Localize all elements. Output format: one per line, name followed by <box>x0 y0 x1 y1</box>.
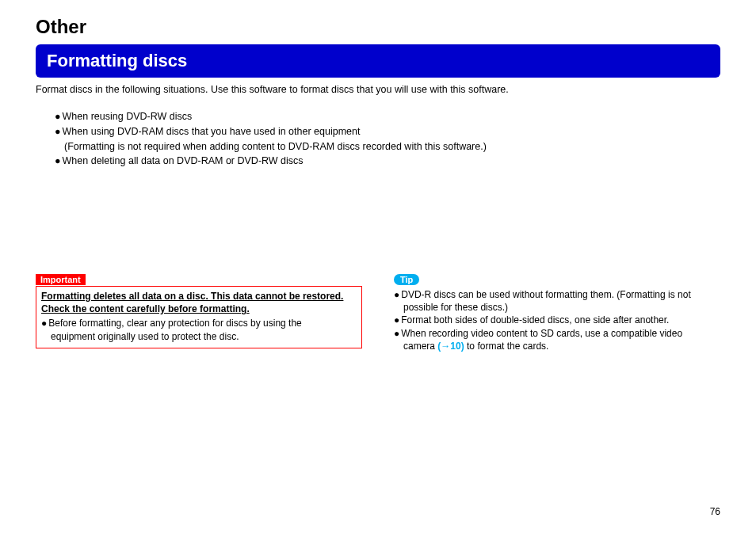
list-item-cont: equipment originally used to protect the… <box>41 330 357 343</box>
page-number: 76 <box>710 506 720 517</box>
list-item-text: When using DVD-RAM discs that you have u… <box>63 124 361 139</box>
intro-text: Format discs in the following situations… <box>36 84 720 95</box>
bullet-icon: ● <box>55 154 61 169</box>
list-item-text: When reusing DVD-RW discs <box>63 109 193 124</box>
bullet-icon: ● <box>394 327 399 340</box>
situations-list: ● When reusing DVD-RW discs ● When using… <box>36 109 720 169</box>
section-header: Other <box>36 16 720 38</box>
list-item-text: When deleting all data on DVD-RAM or DVD… <box>63 154 304 169</box>
tip-label: Tip <box>394 274 419 285</box>
list-item-text: Before formatting, clear any protection … <box>48 317 302 329</box>
list-item: ● When recording video content to SD car… <box>394 327 720 340</box>
list-item-text: Format both sides of double-sided discs,… <box>401 314 669 326</box>
bullet-icon: ● <box>394 288 399 301</box>
list-item: ● Format both sides of double-sided disc… <box>394 314 720 326</box>
important-box: Formatting deletes all data on a disc. T… <box>36 286 362 348</box>
list-item: ● When using DVD-RAM discs that you have… <box>55 124 720 139</box>
list-item: ● DVD-R discs can be used without format… <box>394 288 720 301</box>
important-warning: Formatting deletes all data on a disc. T… <box>41 290 357 315</box>
list-item-text: DVD-R discs can be used without formatti… <box>401 288 690 301</box>
bullet-icon: ● <box>55 109 61 124</box>
list-item-cont: camera (→10) to format the cards. <box>394 340 720 352</box>
bullet-icon: ● <box>394 314 399 326</box>
list-item: ● When deleting all data on DVD-RAM or D… <box>55 154 720 169</box>
list-item: ● When reusing DVD-RW discs <box>55 109 720 124</box>
list-item-text: When recording video content to SD cards… <box>401 327 682 340</box>
bullet-icon: ● <box>55 124 61 139</box>
tip-text-part: camera <box>403 341 437 352</box>
bullet-icon: ● <box>41 317 47 329</box>
tip-column: Tip ● DVD-R discs can be used without fo… <box>394 272 720 352</box>
tip-text-part: to format the cards. <box>464 341 549 352</box>
list-item-sub: (Formatting is not required when adding … <box>55 139 720 154</box>
page-ref-link[interactable]: (→10) <box>437 341 464 352</box>
important-column: Important Formatting deletes all data on… <box>36 272 362 352</box>
list-item: ● Before formatting, clear any protectio… <box>41 317 357 329</box>
important-label: Important <box>36 274 86 285</box>
list-item-cont: possible for these discs.) <box>394 301 720 314</box>
tip-list: ● DVD-R discs can be used without format… <box>394 288 720 352</box>
page-title: Formatting discs <box>36 44 720 78</box>
